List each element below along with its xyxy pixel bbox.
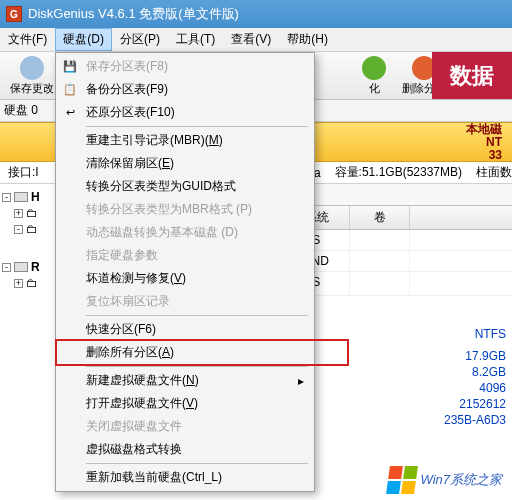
tb-btn-1[interactable]: 化 — [352, 54, 396, 98]
partition-details: NTFS 17.9GB 8.2GB 4096 2152612 235B-A6D3 — [444, 326, 506, 428]
save-button[interactable]: 保存更改 — [4, 54, 60, 98]
collapse-icon[interactable]: - — [2, 263, 11, 272]
menu-separator — [86, 366, 308, 367]
menubar: 文件(F) 硬盘(D) 分区(P) 工具(T) 查看(V) 帮助(H) — [0, 28, 512, 52]
menu-separator — [86, 463, 308, 464]
port-label: 接口:I — [8, 164, 39, 181]
menu-partition[interactable]: 分区(P) — [112, 28, 168, 51]
watermark: Win7系统之家 — [388, 466, 502, 494]
collapse-icon[interactable]: - — [14, 225, 23, 234]
menu-disk[interactable]: 硬盘(D) — [55, 28, 112, 51]
hdd-icon — [14, 262, 28, 272]
menu-tools[interactable]: 工具(T) — [168, 28, 223, 51]
disk-menu-dropdown: 💾保存分区表(F8)📋备份分区表(F9)↩还原分区表(F10)重建主引导记录(M… — [55, 52, 315, 492]
expand-icon[interactable]: + — [14, 279, 23, 288]
menu-item: 转换分区表类型为MBR格式 (P) — [58, 198, 312, 221]
menu-file[interactable]: 文件(F) — [0, 28, 55, 51]
menu-separator — [86, 126, 308, 127]
app-logo-icon: G — [6, 6, 22, 22]
menu-item[interactable]: 📋备份分区表(F9) — [58, 78, 312, 101]
menu-item[interactable]: 重建主引导记录(MBR)(M) — [58, 129, 312, 152]
menu-item: 关闭虚拟硬盘文件 — [58, 415, 312, 438]
menu-item[interactable]: 新建虚拟硬盘文件(N)▸ — [58, 369, 312, 392]
menu-help[interactable]: 帮助(H) — [279, 28, 336, 51]
window-title: DiskGenius V4.6.1 免费版(单文件版) — [28, 5, 239, 23]
save-icon — [20, 56, 44, 80]
format-icon — [362, 56, 386, 80]
menu-item-icon: ↩ — [62, 105, 78, 121]
titlebar: G DiskGenius V4.6.1 免费版(单文件版) — [0, 0, 512, 28]
menu-item: 复位坏扇区记录 — [58, 290, 312, 313]
menu-item[interactable]: 转换分区表类型为GUID格式 — [58, 175, 312, 198]
menu-item[interactable]: 虚拟磁盘格式转换 — [58, 438, 312, 461]
data-recovery-block[interactable]: 数据 — [432, 52, 512, 100]
menu-separator — [86, 315, 308, 316]
expand-icon[interactable]: + — [14, 209, 23, 218]
menu-item: 指定硬盘参数 — [58, 244, 312, 267]
menu-item: 动态磁盘转换为基本磁盘 (D) — [58, 221, 312, 244]
menu-item[interactable]: 打开虚拟硬盘文件(V) — [58, 392, 312, 415]
menu-item-icon: 📋 — [62, 82, 78, 98]
menu-item[interactable]: 快速分区(F6) — [58, 318, 312, 341]
disk-label: 硬盘 0 — [4, 102, 38, 119]
menu-view[interactable]: 查看(V) — [223, 28, 279, 51]
menu-item[interactable]: ↩还原分区表(F10) — [58, 101, 312, 124]
menu-item[interactable]: 坏道检测与修复(V) — [58, 267, 312, 290]
windows-flag-icon — [387, 466, 419, 494]
collapse-icon[interactable]: - — [2, 193, 11, 202]
menu-item[interactable]: 删除所有分区(A) — [58, 341, 312, 364]
hdd-icon — [14, 192, 28, 202]
menu-item: 💾保存分区表(F8) — [58, 55, 312, 78]
menu-item-icon: 💾 — [62, 59, 78, 75]
menu-item[interactable]: 重新加载当前硬盘(Ctrl_L) — [58, 466, 312, 489]
menu-item[interactable]: 清除保留扇区(E) — [58, 152, 312, 175]
